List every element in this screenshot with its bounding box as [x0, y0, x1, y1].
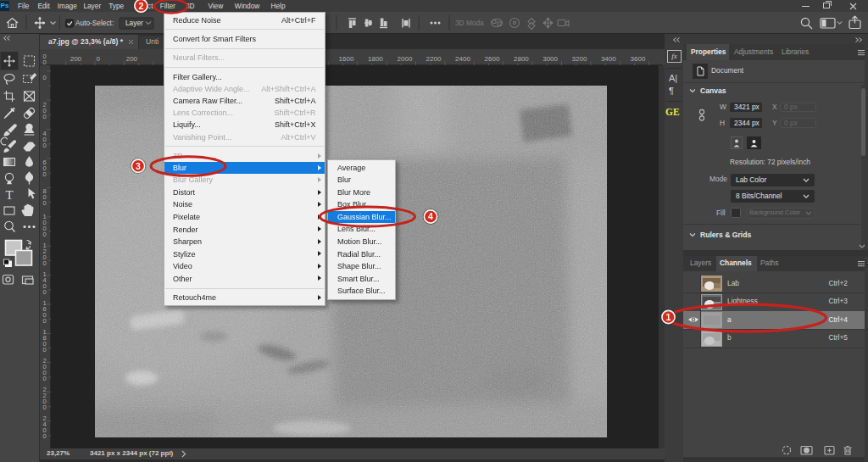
- svg-text:T: T: [5, 188, 13, 202]
